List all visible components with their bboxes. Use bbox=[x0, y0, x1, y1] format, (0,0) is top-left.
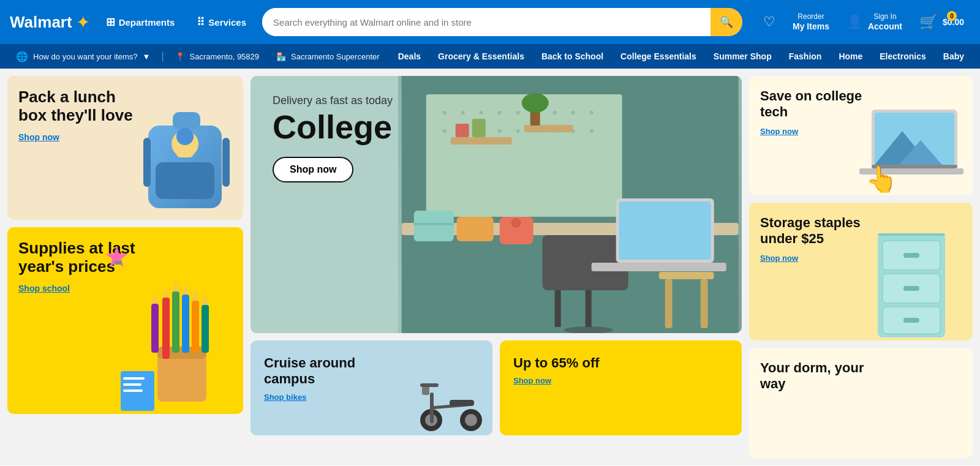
walmart-logo[interactable]: Walmart ✦ bbox=[10, 12, 90, 32]
svg-point-36 bbox=[571, 111, 575, 115]
svg-rect-50 bbox=[472, 119, 485, 137]
left-column: Pack a lunch box they'll love Shop now bbox=[7, 76, 243, 458]
svg-point-46 bbox=[589, 129, 593, 133]
svg-rect-55 bbox=[554, 290, 560, 327]
signin-labels: Sign In Account bbox=[868, 12, 902, 31]
hero-shop-button[interactable]: Shop now bbox=[273, 157, 353, 182]
svg-rect-25 bbox=[123, 383, 141, 386]
svg-rect-88 bbox=[903, 253, 919, 258]
lunch-box-title: Pack a lunch box they'll love bbox=[18, 88, 136, 125]
svg-rect-77 bbox=[450, 400, 474, 406]
globe-icon: 🌐 bbox=[16, 51, 28, 62]
storage-image bbox=[850, 217, 973, 341]
person-icon: 👤 bbox=[846, 14, 863, 30]
cart-icon: 🛒 bbox=[919, 13, 938, 31]
cart-button[interactable]: 0 🛒 $0.00 bbox=[913, 10, 970, 34]
signin-label-bottom: Account bbox=[868, 21, 902, 32]
svg-rect-26 bbox=[123, 389, 143, 392]
svg-rect-48 bbox=[524, 125, 573, 132]
delivery-text: How do you want your items? bbox=[33, 52, 138, 61]
svg-point-32 bbox=[497, 111, 501, 115]
nav-link-grocery[interactable]: Grocery & Essentials bbox=[429, 44, 533, 69]
svg-rect-67 bbox=[665, 279, 672, 328]
supplies-card: Supplies at last year's prices Shop scho… bbox=[7, 227, 243, 414]
svg-marker-16 bbox=[182, 284, 189, 295]
delivery-selector[interactable]: 🌐 How do you want your items? ▼ bbox=[7, 51, 159, 62]
reorder-button[interactable]: Reorder My Items bbox=[786, 9, 835, 35]
services-label: Services bbox=[208, 17, 246, 28]
svg-rect-63 bbox=[456, 217, 493, 241]
store-name: Sacramento Supercenter bbox=[291, 52, 380, 61]
svg-rect-1 bbox=[156, 162, 214, 199]
search-button[interactable]: 🔍 bbox=[710, 8, 742, 36]
svg-rect-24 bbox=[123, 377, 145, 380]
storage-card: Storage staples under $25 Shop now bbox=[749, 203, 973, 340]
svg-marker-11 bbox=[162, 287, 170, 298]
departments-label: Departments bbox=[119, 17, 175, 28]
svg-rect-6 bbox=[143, 138, 151, 187]
sale-title: Up to 65% off bbox=[513, 355, 643, 371]
location-text: Sacramento, 95829 bbox=[190, 52, 259, 61]
svg-point-4 bbox=[176, 128, 194, 145]
svg-point-29 bbox=[442, 111, 446, 115]
store-info[interactable]: 🏪 Sacramento Supercenter bbox=[268, 52, 388, 61]
services-button[interactable]: ⠿ Services bbox=[190, 10, 252, 34]
lunch-box-image bbox=[130, 95, 243, 220]
svg-marker-22 bbox=[202, 294, 209, 305]
nav-link-backtoschool[interactable]: Back to School bbox=[533, 44, 612, 69]
sale-shop-link[interactable]: Shop now bbox=[513, 376, 728, 385]
svg-rect-21 bbox=[202, 305, 209, 353]
nav-link-college[interactable]: College Essentials bbox=[612, 44, 705, 69]
svg-point-42 bbox=[516, 129, 519, 133]
hero-background-image bbox=[398, 76, 742, 333]
svg-rect-60 bbox=[591, 263, 726, 271]
search-bar: 🔍 bbox=[262, 8, 742, 36]
category-links: Deals Grocery & Essentials Back to Schoo… bbox=[390, 44, 973, 69]
nav-link-home[interactable]: Home bbox=[830, 44, 871, 69]
cart-badge: 0 bbox=[947, 11, 957, 21]
svg-marker-14 bbox=[172, 280, 179, 291]
svg-rect-56 bbox=[585, 290, 591, 327]
svg-rect-76 bbox=[420, 383, 439, 387]
svg-rect-62 bbox=[413, 223, 453, 225]
nav-link-baby[interactable]: Baby bbox=[935, 44, 973, 69]
svg-rect-2 bbox=[173, 112, 200, 129]
main-content: Pack a lunch box they'll love Shop now bbox=[0, 69, 980, 465]
svg-rect-59 bbox=[619, 201, 710, 260]
cruise-title: Cruise around campus bbox=[264, 355, 393, 388]
nav-link-electronics[interactable]: Electronics bbox=[871, 44, 934, 69]
bottom-cards: Cruise around campus Shop bikes bbox=[251, 340, 742, 435]
location-info[interactable]: 📍 Sacramento, 95829 bbox=[167, 52, 268, 61]
svg-rect-7 bbox=[222, 138, 230, 187]
svg-rect-66 bbox=[658, 272, 714, 279]
cruise-card: Cruise around campus Shop bikes bbox=[251, 340, 492, 435]
svg-point-31 bbox=[479, 111, 483, 115]
svg-rect-61 bbox=[413, 211, 453, 241]
dorm-title: Your dorm, your way bbox=[760, 360, 871, 393]
signin-label-top: Sign In bbox=[868, 12, 902, 21]
reorder-labels: Reorder My Items bbox=[793, 12, 829, 31]
chevron-down-icon: ▼ bbox=[143, 52, 151, 61]
signin-button[interactable]: 👤 Sign In Account bbox=[840, 9, 908, 35]
svg-point-65 bbox=[511, 218, 521, 228]
wishlist-button[interactable]: ♡ bbox=[757, 10, 782, 34]
header-actions: ♡ Reorder My Items 👤 Sign In Account 0 🛒… bbox=[757, 9, 970, 35]
sub-navigation: 🌐 How do you want your items? ▼ | 📍 Sacr… bbox=[0, 44, 980, 69]
svg-point-35 bbox=[552, 111, 556, 115]
departments-button[interactable]: ⊞ Departments bbox=[100, 10, 181, 34]
heart-icon: ♡ bbox=[763, 14, 775, 30]
nav-link-summer[interactable]: Summer Shop bbox=[705, 44, 780, 69]
search-input[interactable] bbox=[262, 8, 710, 36]
divider-1: | bbox=[159, 51, 166, 62]
svg-rect-15 bbox=[182, 295, 189, 353]
svg-point-33 bbox=[516, 111, 519, 115]
svg-rect-17 bbox=[192, 301, 199, 353]
svg-point-30 bbox=[461, 111, 464, 115]
nav-link-fashion[interactable]: Fashion bbox=[780, 44, 831, 69]
spark-icon: ✦ bbox=[76, 12, 90, 32]
nav-link-deals[interactable]: Deals bbox=[390, 44, 429, 69]
grid-icon: ⊞ bbox=[106, 15, 115, 29]
svg-point-72 bbox=[465, 414, 477, 426]
svg-rect-5 bbox=[176, 145, 194, 157]
pencils-image bbox=[115, 261, 243, 414]
